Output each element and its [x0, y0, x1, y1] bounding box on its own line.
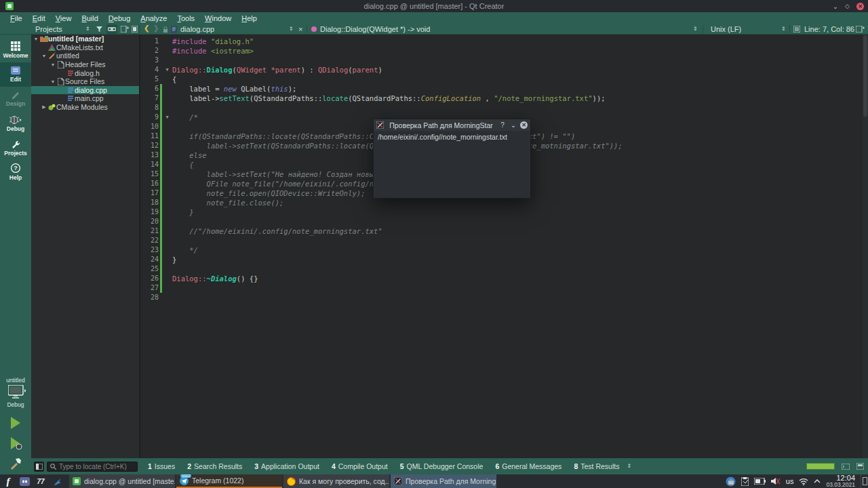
filter-icon[interactable] [96, 26, 103, 33]
tree-row-header-files[interactable]: ▼ Header Files [31, 60, 139, 69]
window-titlebar[interactable]: dialog.cpp @ untitled [master] - Qt Crea… [0, 0, 868, 12]
code-line-20[interactable]: 20 [140, 217, 868, 226]
clock-widget[interactable]: 12:04 03.03.2021 [826, 474, 855, 488]
dialog-titlebar[interactable]: Проверка Path для MorningStar ? ⌄ ✕ [374, 119, 530, 131]
projects-combo-arrows-icon[interactable]: ⇕ [85, 24, 90, 35]
dialog-help-icon[interactable]: ? [498, 121, 507, 129]
expand-arrow-icon[interactable]: ▼ [41, 54, 47, 58]
tree-row-source-files[interactable]: ▼ Source Files [31, 77, 139, 86]
dialog-minimize-icon[interactable]: ⌄ [509, 121, 517, 129]
output-pane-search-results[interactable]: 2Search Results [187, 462, 242, 470]
mode-debug[interactable]: Debug [0, 111, 31, 136]
nav-forward-icon[interactable]: ❯ [153, 24, 159, 32]
line-number[interactable]: 18 [140, 198, 159, 207]
menu-item-view[interactable]: View [51, 14, 77, 23]
run-button[interactable] [9, 416, 22, 430]
tree-row-main-cpp[interactable]: main.cpp [31, 94, 139, 103]
sync-with-editor-button[interactable] [106, 24, 117, 34]
line-number[interactable]: 9 [140, 113, 159, 122]
code-line-7[interactable]: 7 label->setText(QStandardPaths::locate(… [140, 94, 868, 103]
menu-item-debug[interactable]: Debug [104, 14, 135, 23]
menu-item-help[interactable]: Help [237, 14, 262, 23]
tree-row-dialog-cpp[interactable]: dialog.cpp [31, 86, 139, 95]
menu-item-edit[interactable]: Edit [28, 14, 50, 23]
code-line-1[interactable]: 1#include "dialog.h" [140, 37, 868, 46]
fold-marker-icon[interactable]: ▼ [162, 113, 172, 122]
line-number[interactable]: 13 [140, 150, 159, 160]
line-number[interactable]: 27 [140, 283, 159, 293]
keyboard-layout-indicator[interactable]: us [786, 477, 794, 485]
line-number[interactable]: 23 [140, 245, 159, 255]
debug-run-button[interactable] [9, 436, 23, 450]
code-line-23[interactable]: 23 */ [140, 245, 868, 255]
launcher-blue-app[interactable] [51, 475, 63, 487]
task-telegram[interactable]: 1022 Telegram (1022) [176, 474, 282, 488]
line-number[interactable]: 28 [140, 293, 159, 302]
line-number[interactable]: 20 [140, 217, 159, 226]
code-line-25[interactable]: 25 [140, 264, 868, 274]
code-line-2[interactable]: 2#include <iostream> [140, 46, 868, 56]
mode-projects[interactable]: Projects [0, 136, 31, 160]
symbol-selector[interactable]: Dialog::Dialog(QWidget *) -> void [320, 24, 430, 35]
line-number[interactable]: 1 [140, 37, 159, 46]
line-number[interactable]: 5 [140, 75, 159, 84]
output-pane-issues[interactable]: 1Issues [148, 462, 175, 470]
menu-item-analyze[interactable]: Analyze [136, 14, 172, 23]
tree-row-untitled[interactable]: ▼ untitled [31, 52, 139, 60]
menu-item-tools[interactable]: Tools [172, 14, 199, 23]
line-number[interactable]: 8 [140, 103, 159, 113]
code-line-22[interactable]: 22 [140, 236, 868, 245]
line-number[interactable]: 16 [140, 179, 159, 188]
task-firefox[interactable]: Как я могу проверить, сод... [283, 474, 389, 488]
line-number[interactable]: 21 [140, 226, 159, 236]
locator-input[interactable]: Type to locate (Ctrl+K) [47, 462, 138, 472]
line-ending-combo-arrows-icon[interactable]: ⇕ [781, 24, 786, 35]
tray-expand-icon[interactable] [814, 479, 821, 483]
code-line-21[interactable]: 21 //"/home/eixini/.config/note_mornings… [140, 226, 868, 236]
line-number[interactable]: 4 [140, 65, 159, 75]
task-proverka-dialog[interactable]: Проверка Path для Morning... [391, 474, 496, 488]
launcher-fedora[interactable]: f [2, 475, 14, 487]
task-qtcreator[interactable]: dialog.cpp @ untitled [maste... [69, 474, 175, 488]
menu-item-build[interactable]: Build [77, 14, 102, 23]
code-line-3[interactable]: 3 [140, 56, 868, 65]
symbol-combo-arrows-icon[interactable]: ⇕ [693, 24, 698, 35]
code-line-19[interactable]: 19 } [140, 207, 868, 217]
line-number[interactable]: 11 [140, 131, 159, 141]
output-pane-compile-output[interactable]: 4Compile Output [332, 462, 388, 470]
close-document-icon[interactable]: × [298, 24, 302, 35]
open-document-selector[interactable]: dialog.cpp [180, 24, 214, 35]
line-number[interactable]: 3 [140, 56, 159, 65]
output-pane-application-output[interactable]: 3Application Output [254, 462, 319, 470]
dialog-close-icon[interactable]: ✕ [520, 121, 528, 129]
maximize-output-pane-icon[interactable] [856, 463, 864, 470]
line-number[interactable]: 25 [140, 264, 159, 274]
launcher-77[interactable]: 77 [35, 475, 47, 487]
battery-icon[interactable] [754, 478, 766, 485]
code-line-4[interactable]: 4▼Dialog::Dialog(QWidget *parent) : QDia… [140, 65, 868, 75]
editor-scrollbar-thumb[interactable] [863, 35, 867, 117]
projects-pane-selector[interactable]: Projects [35, 24, 62, 35]
line-number[interactable]: 24 [140, 255, 159, 264]
mode-edit[interactable]: Edit [0, 62, 31, 87]
code-line-24[interactable]: 24} [140, 255, 868, 264]
morningstar-dialog-window[interactable]: Проверка Path для MorningStar ? ⌄ ✕ /hom… [373, 119, 531, 199]
line-number[interactable]: 2 [140, 46, 159, 56]
split-editor-icon[interactable] [856, 26, 865, 33]
menu-item-window[interactable]: Window [200, 14, 236, 23]
line-number[interactable]: 15 [140, 169, 159, 179]
tree-row-cmake-modules[interactable]: ▶ CMake Modules [31, 103, 139, 112]
tree-row-cmakelists[interactable]: CMakeLists.txt [31, 43, 139, 52]
mode-help[interactable]: ? Help [0, 160, 31, 184]
toggle-left-sidebar-button[interactable] [34, 462, 44, 472]
code-line-8[interactable]: 8 [140, 103, 868, 113]
mode-welcome[interactable]: Welcome [0, 38, 31, 62]
line-number[interactable]: 12 [140, 141, 159, 150]
output-pane-qml-debugger-console[interactable]: 5QML Debugger Console [400, 462, 484, 470]
launcher-discord[interactable] [18, 475, 31, 487]
build-button[interactable] [9, 457, 22, 470]
expand-arrow-icon[interactable]: ▼ [50, 79, 56, 84]
collapse-arrow-icon[interactable]: ▶ [41, 104, 47, 110]
fold-marker-icon[interactable]: ▼ [162, 65, 172, 75]
volume-muted-icon[interactable] [771, 477, 781, 485]
